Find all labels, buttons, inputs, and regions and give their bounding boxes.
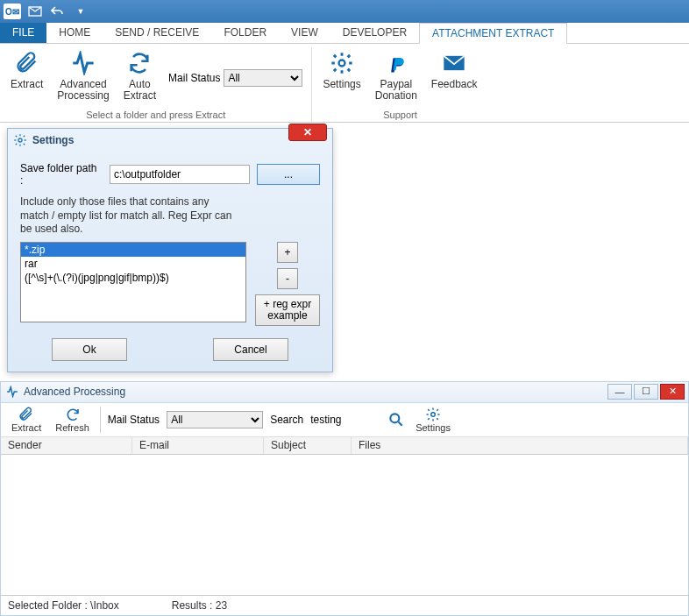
adv-search-value[interactable]: testing (310, 414, 380, 426)
reg-expr-example-button[interactable]: + reg expr example (255, 294, 320, 326)
ribbon-group-extract: Extract Advanced Processing Auto Extract… (0, 47, 312, 122)
extract-label: Extract (11, 79, 43, 90)
auto-extract-button[interactable]: Auto Extract (118, 47, 161, 108)
feedback-button[interactable]: Feedback (426, 47, 483, 108)
mail-status-row: Mail Status All (165, 47, 306, 108)
gear-icon (425, 407, 441, 422)
qat-dropdown-icon[interactable]: ▼ (72, 4, 89, 19)
outlook-icon: O✉ (4, 4, 21, 19)
minimize-button[interactable]: — (607, 384, 632, 400)
gear-icon (13, 133, 27, 147)
mail-status-select[interactable]: All (224, 69, 302, 87)
tab-home[interactable]: HOME (46, 23, 103, 43)
paperclip-icon (18, 407, 34, 422)
adv-title-bar: Advanced Processing — ☐ ✕ (1, 382, 688, 403)
paypal-button[interactable]: Paypal Donation (370, 47, 423, 108)
results-count: Results : 23 (172, 599, 227, 612)
ribbon-group-label-1: Select a folder and press Extract (5, 108, 306, 122)
send-receive-icon[interactable] (26, 4, 44, 19)
adv-settings-button[interactable]: Settings (412, 407, 454, 433)
svg-point-1 (339, 60, 345, 67)
tab-developer[interactable]: DEVELOPER (330, 23, 419, 43)
col-sender[interactable]: Sender (1, 437, 132, 454)
activity-icon (6, 386, 18, 398)
browse-button[interactable]: ... (257, 164, 320, 185)
dialog-title-bar: Settings (8, 129, 332, 152)
mail-status-label: Mail Status (168, 72, 220, 84)
adv-title-text: Advanced Processing (24, 386, 125, 398)
activity-icon (69, 49, 97, 77)
grid-header: Sender E-mail Subject Files (1, 437, 688, 455)
advanced-processing-window: Advanced Processing — ☐ ✕ Extract Refres… (0, 381, 689, 616)
adv-extract-button[interactable]: Extract (8, 407, 45, 433)
gear-icon (328, 49, 356, 77)
tab-folder[interactable]: FOLDER (211, 23, 279, 43)
tab-attachment-extract[interactable]: ATTACHMENT EXTRACT (419, 23, 567, 44)
separator (100, 407, 101, 433)
svg-point-4 (390, 414, 399, 422)
paypal-icon (382, 49, 410, 77)
status-bar: Selected Folder : \Inbox Results : 23 (1, 595, 688, 615)
tab-send-receive[interactable]: SEND / RECEIVE (103, 23, 211, 43)
dialog-title-text: Settings (32, 134, 74, 146)
save-path-label: Save folder path : (20, 162, 103, 187)
refresh-icon (65, 407, 81, 422)
adv-toolbar: Extract Refresh Mail Status All Search t… (1, 403, 688, 437)
adv-mail-status-select[interactable]: All (167, 411, 263, 428)
regex-list[interactable]: *.zip rar ([^\s]+(\.(?i)(jpg|png|gif|bmp… (20, 242, 246, 322)
filter-hint: Include only those files that contains a… (20, 195, 239, 237)
settings-label: Settings (323, 79, 360, 90)
auto-extract-label: Auto Extract (124, 79, 156, 102)
undo-icon[interactable] (49, 4, 67, 19)
paperclip-icon (13, 49, 41, 77)
cancel-button[interactable]: Cancel (213, 338, 288, 361)
feedback-label: Feedback (431, 79, 478, 90)
save-path-input[interactable] (110, 165, 250, 184)
ribbon: Extract Advanced Processing Auto Extract… (0, 44, 689, 123)
list-item[interactable]: rar (21, 257, 245, 271)
settings-dialog: ✕ Settings Save folder path : ... Includ… (7, 128, 333, 372)
tab-file[interactable]: FILE (0, 23, 46, 43)
extract-button[interactable]: Extract (5, 47, 48, 108)
svg-point-3 (18, 138, 22, 142)
search-icon[interactable] (387, 411, 405, 428)
adv-refresh-button[interactable]: Refresh (52, 407, 93, 433)
grid-body[interactable] (1, 455, 688, 595)
settings-button[interactable]: Settings (317, 47, 366, 108)
close-button[interactable]: ✕ (660, 384, 685, 400)
remove-button[interactable]: - (277, 268, 298, 289)
advanced-processing-button[interactable]: Advanced Processing (52, 47, 114, 108)
ok-button[interactable]: Ok (52, 338, 127, 361)
svg-point-5 (431, 413, 436, 417)
quick-access-toolbar: O✉ ▼ (0, 0, 689, 23)
adv-search-label: Search (270, 414, 303, 426)
close-button[interactable]: ✕ (288, 124, 327, 141)
selected-folder: Selected Folder : \Inbox (8, 599, 119, 612)
ribbon-tabs: FILE HOME SEND / RECEIVE FOLDER VIEW DEV… (0, 23, 689, 44)
col-subject[interactable]: Subject (264, 437, 352, 454)
maximize-button[interactable]: ☐ (634, 384, 658, 400)
mail-icon (440, 49, 468, 77)
paypal-label: Paypal Donation (375, 79, 417, 102)
refresh-icon (125, 49, 153, 77)
ribbon-group-label-2: Support (317, 108, 482, 122)
col-email[interactable]: E-mail (132, 437, 264, 454)
ribbon-group-support: Settings Paypal Donation Feedback Suppor… (312, 47, 487, 122)
adv-proc-label: Advanced Processing (57, 79, 109, 102)
list-item[interactable]: ([^\s]+(\.(?i)(jpg|png|gif|bmp))$) (21, 271, 245, 285)
list-item[interactable]: *.zip (21, 243, 245, 257)
adv-mail-status-label: Mail Status (108, 414, 160, 426)
tab-view[interactable]: VIEW (279, 23, 330, 43)
add-button[interactable]: + (277, 242, 298, 263)
col-files[interactable]: Files (352, 437, 688, 454)
